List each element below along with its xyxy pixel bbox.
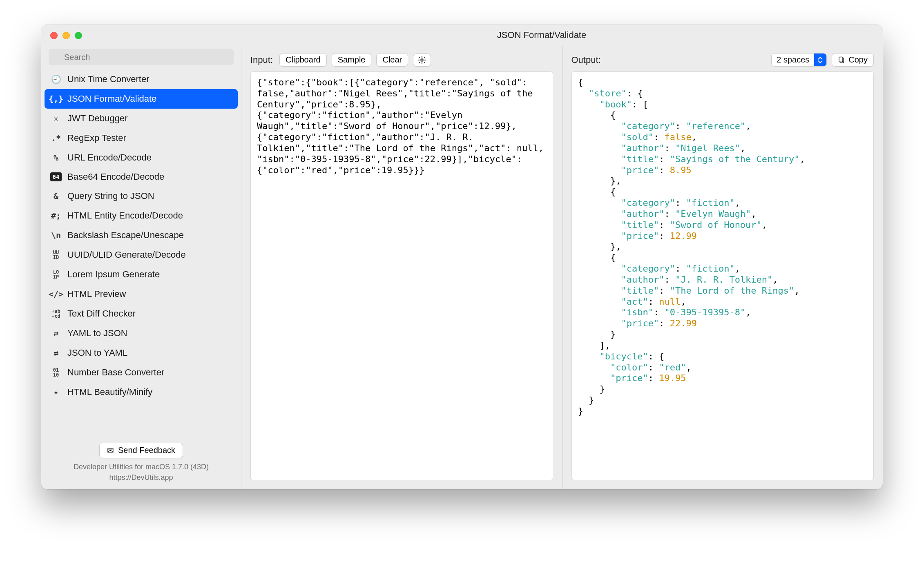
sidebar-item-html-preview[interactable]: </>HTML Preview: [45, 284, 238, 304]
sidebar-item-html-entity-encode-decode[interactable]: #;HTML Entity Encode/Decode: [45, 206, 238, 225]
minimize-window-button[interactable]: [62, 32, 70, 39]
sample-button[interactable]: Sample: [332, 53, 372, 67]
svg-rect-4: [839, 57, 843, 62]
copy-button[interactable]: Copy: [832, 53, 874, 67]
clipboard-icon: [838, 56, 845, 64]
hash-icon: #;: [50, 210, 62, 221]
sidebar-item-number-base-converter[interactable]: 01 10Number Base Converter: [45, 363, 238, 382]
swap-icon: ⇄: [50, 328, 62, 339]
output-pane: Output: 2 spaces Copy {: [562, 46, 883, 489]
clipboard-button[interactable]: Clipboard: [279, 53, 327, 67]
sidebar-item-label: UUID/ULID Generate/Decode: [67, 250, 186, 260]
sidebar-item-text-diff-checker[interactable]: +ab -cdText Diff Checker: [45, 304, 238, 323]
sidebar-item-label: JSON Format/Validate: [67, 94, 156, 104]
sidebar-item-label: URL Encode/Decode: [67, 152, 152, 163]
sidebar-item-regexp-tester[interactable]: .*RegExp Tester: [45, 128, 238, 148]
sidebar-item-label: HTML Preview: [67, 289, 126, 299]
close-window-button[interactable]: [50, 32, 58, 39]
sidebar-item-uuid-ulid-generate-decode[interactable]: UU IDUUID/ULID Generate/Decode: [45, 245, 238, 265]
sidebar-item-label: Number Base Converter: [67, 367, 164, 378]
app-meta: Developer Utilities for macOS 1.7.0 (43D…: [49, 458, 234, 483]
chevron-updown-icon: [814, 54, 826, 66]
clock-icon: 🕘: [50, 74, 62, 85]
sidebar-item-label: HTML Beautify/Minify: [67, 387, 152, 397]
sidebar-item-json-to-yaml[interactable]: ⇄JSON to YAML: [45, 343, 238, 363]
tool-list: 🕘Unix Time Converter{,}JSON Format/Valid…: [41, 69, 241, 439]
send-feedback-button[interactable]: ✉ Send Feedback: [99, 443, 183, 458]
app-window: JSON Format/Validate 🕘Unix Time Converte…: [41, 25, 883, 489]
input-textarea[interactable]: {"store":{"book":[{"category":"reference…: [250, 71, 553, 480]
ampersand-icon: &: [50, 190, 62, 202]
zoom-window-button[interactable]: [75, 32, 82, 39]
indent-select[interactable]: 2 spaces: [771, 53, 827, 67]
swap-icon: ⇄: [50, 347, 62, 359]
wand-icon: ✦: [50, 386, 62, 398]
sidebar-item-backslash-escape-unescape[interactable]: \nBackslash Escape/Unescape: [45, 225, 238, 245]
window-title: JSON Format/Validate: [41, 30, 883, 40]
sidebar-item-base64-encode-decode[interactable]: 64Base64 Encode/Decode: [45, 167, 238, 186]
sidebar-item-label: Unix Time Converter: [67, 74, 150, 85]
indent-select-value: 2 spaces: [772, 54, 814, 66]
sidebar-item-label: Base64 Encode/Decode: [67, 172, 164, 182]
sidebar-item-label: RegExp Tester: [67, 133, 126, 143]
sidebar-item-url-encode-decode[interactable]: %URL Encode/Decode: [45, 148, 238, 167]
gear-icon: [417, 56, 426, 65]
uuid-icon: UU ID: [50, 249, 62, 261]
jwt-icon: ✳: [50, 113, 62, 124]
search-input[interactable]: [49, 49, 234, 65]
sidebar-item-label: JSON to YAML: [67, 348, 127, 358]
percent-icon: %: [50, 152, 62, 163]
binary-icon: 01 10: [50, 367, 62, 378]
main-content: Input: Clipboard Sample Clear {"store":{…: [241, 46, 883, 489]
sidebar: 🕘Unix Time Converter{,}JSON Format/Valid…: [41, 46, 241, 489]
sidebar-item-label: Text Diff Checker: [67, 308, 136, 319]
settings-button[interactable]: [413, 54, 431, 67]
sidebar-item-label: Lorem Ipsum Generate: [67, 269, 160, 280]
sidebar-item-query-string-to-json[interactable]: &Query String to JSON: [45, 186, 238, 206]
sidebar-item-jwt-debugger[interactable]: ✳JWT Debugger: [45, 109, 238, 128]
sidebar-item-label: Query String to JSON: [67, 191, 154, 201]
sidebar-item-lorem-ipsum-generate[interactable]: LO IPLorem Ipsum Generate: [45, 265, 238, 284]
clear-button[interactable]: Clear: [376, 53, 408, 67]
sidebar-item-json-format-validate[interactable]: {,}JSON Format/Validate: [45, 89, 238, 109]
traffic-lights: [50, 32, 82, 39]
titlebar: JSON Format/Validate: [41, 25, 883, 46]
meta-line1: Developer Utilities for macOS 1.7.0 (43D…: [53, 462, 230, 472]
input-label: Input:: [250, 55, 273, 65]
html-icon: </>: [50, 288, 62, 300]
regex-icon: .*: [50, 132, 62, 144]
sidebar-item-yaml-to-json[interactable]: ⇄YAML to JSON: [45, 323, 238, 343]
sidebar-item-html-beautify-minify[interactable]: ✦HTML Beautify/Minify: [45, 382, 238, 402]
json-icon: {,}: [50, 93, 62, 105]
output-textarea[interactable]: { "store": { "book": [ { "category": "re…: [571, 71, 874, 480]
diff-icon: +ab -cd: [50, 308, 62, 319]
base64-icon: 64: [50, 172, 62, 181]
input-pane: Input: Clipboard Sample Clear {"store":{…: [241, 46, 562, 489]
sidebar-item-label: HTML Entity Encode/Decode: [67, 210, 183, 221]
sidebar-item-unix-time-converter[interactable]: 🕘Unix Time Converter: [45, 69, 238, 89]
svg-point-2: [421, 59, 424, 61]
sidebar-item-label: Backslash Escape/Unescape: [67, 230, 184, 241]
mail-icon: ✉: [107, 446, 114, 455]
sidebar-item-label: YAML to JSON: [67, 328, 127, 339]
send-feedback-label: Send Feedback: [118, 446, 175, 455]
backslash-icon: \n: [50, 230, 62, 241]
output-label: Output:: [571, 55, 601, 65]
sidebar-item-label: JWT Debugger: [67, 113, 128, 124]
lorem-icon: LO IP: [50, 269, 62, 280]
meta-line2: https://DevUtils.app: [53, 472, 230, 483]
